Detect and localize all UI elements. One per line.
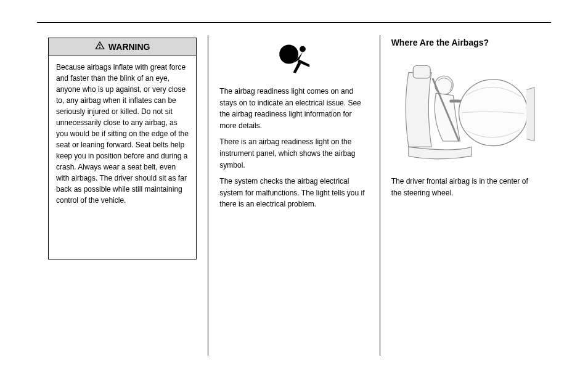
- warning-box: WARNING Because airbags inflate with gre…: [48, 38, 197, 259]
- column-2-text: The airbag readiness light comes on and …: [219, 86, 368, 210]
- caution-triangle-icon: [95, 41, 105, 52]
- svg-point-3: [300, 46, 306, 52]
- column-3: Where Are the Airbags?: [380, 35, 551, 356]
- warning-body-text: Because airbags inflate with great force…: [49, 55, 196, 259]
- svg-rect-5: [413, 66, 430, 78]
- warning-header: WARNING: [49, 38, 196, 55]
- top-rule: [37, 22, 551, 23]
- content-columns: WARNING Because airbags inflate with gre…: [37, 35, 551, 356]
- svg-point-1: [99, 47, 100, 48]
- col2-para-0: The airbag readiness light comes on and …: [219, 86, 368, 131]
- svg-point-7: [459, 80, 527, 146]
- illustration-caption: The driver frontal airbag is in the cent…: [391, 176, 540, 198]
- airbag-icon: [272, 41, 316, 76]
- manual-page: WARNING Because airbags inflate with gre…: [0, 0, 588, 368]
- warning-label: WARNING: [108, 42, 150, 52]
- section-heading: Where Are the Airbags?: [391, 38, 540, 47]
- airbag-illustration: [391, 51, 540, 168]
- svg-point-2: [279, 45, 298, 64]
- col2-para-1: There is an airbag readiness light on th…: [219, 136, 368, 171]
- column-2: The airbag readiness light comes on and …: [208, 35, 379, 356]
- column-3-text: The driver frontal airbag is in the cent…: [391, 176, 540, 198]
- column-1: WARNING Because airbags inflate with gre…: [37, 35, 208, 356]
- airbag-symbol: [219, 41, 368, 78]
- col2-para-2: The system checks the airbag electrical …: [219, 176, 368, 210]
